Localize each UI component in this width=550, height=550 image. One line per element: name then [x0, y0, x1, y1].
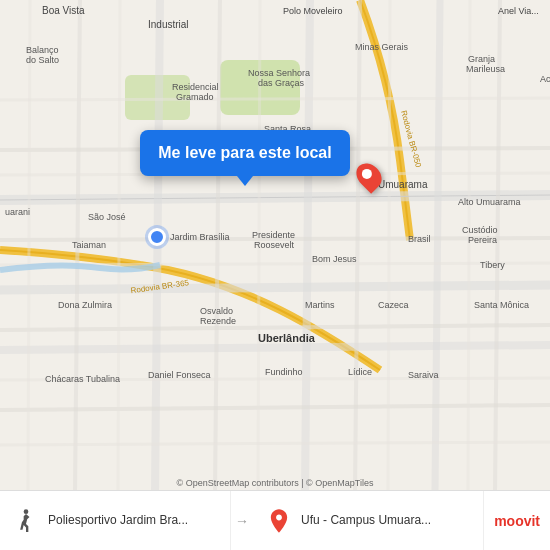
svg-line-17 — [0, 98, 550, 100]
svg-line-23 — [118, 0, 120, 490]
svg-line-8 — [435, 0, 440, 490]
svg-text:Nossa Senhora: Nossa Senhora — [248, 68, 310, 78]
svg-text:Polo Moveleiro: Polo Moveleiro — [283, 6, 343, 16]
svg-line-14 — [215, 0, 220, 490]
svg-text:Boa Vista: Boa Vista — [42, 5, 85, 16]
svg-text:Residencial: Residencial — [172, 82, 219, 92]
attribution-text: © OpenStreetMap contributors | © OpenMap… — [177, 478, 374, 488]
svg-line-15 — [355, 0, 360, 490]
pin-dot — [360, 167, 374, 181]
svg-text:Custódio: Custódio — [462, 225, 498, 235]
moovit-logo: moovit — [484, 513, 550, 529]
svg-text:Osvaldo: Osvaldo — [200, 306, 233, 316]
svg-text:Cazeca: Cazeca — [378, 300, 409, 310]
origin-label: Poliesportivo Jardim Bra... — [48, 513, 188, 529]
svg-text:Santa Mônica: Santa Mônica — [474, 300, 529, 310]
svg-text:Alto Umuarama: Alto Umuarama — [458, 197, 521, 207]
svg-text:Anel Via...: Anel Via... — [498, 6, 539, 16]
svg-text:Rezende: Rezende — [200, 316, 236, 326]
svg-text:Chácaras Tubalina: Chácaras Tubalina — [45, 374, 120, 384]
destination-route-item[interactable]: Ufu - Campus Umuara... — [253, 491, 484, 550]
svg-text:Marileusa: Marileusa — [466, 64, 505, 74]
svg-text:das Graças: das Graças — [258, 78, 305, 88]
svg-text:Pereira: Pereira — [468, 235, 497, 245]
origin-route-item[interactable]: Poliesportivo Jardim Bra... — [0, 491, 231, 550]
svg-line-25 — [388, 0, 390, 490]
svg-text:Balanço: Balanço — [26, 45, 59, 55]
svg-text:Umuarama: Umuarama — [378, 179, 428, 190]
destination-marker — [358, 162, 380, 190]
svg-text:Tibery: Tibery — [480, 260, 505, 270]
svg-text:Martins: Martins — [305, 300, 335, 310]
svg-text:Saraiva: Saraiva — [408, 370, 439, 380]
svg-text:Presidente: Presidente — [252, 230, 295, 240]
svg-text:Granja: Granja — [468, 54, 495, 64]
map-attribution: © OpenStreetMap contributors | © OpenMap… — [177, 478, 374, 488]
svg-text:Industrial: Industrial — [148, 19, 189, 30]
svg-text:Roosevelt: Roosevelt — [254, 240, 295, 250]
svg-text:do Salto: do Salto — [26, 55, 59, 65]
svg-line-22 — [28, 0, 30, 490]
svg-text:Brasil: Brasil — [408, 234, 431, 244]
origin-marker — [148, 228, 166, 246]
destination-label: Ufu - Campus Umuara... — [301, 513, 431, 529]
svg-text:Daniel Fonseca: Daniel Fonseca — [148, 370, 211, 380]
svg-text:Uberlândia: Uberlândia — [258, 332, 316, 344]
map-container: Boa Vista Industrial Polo Moveleiro Anel… — [0, 0, 550, 490]
svg-text:Jardim Brasília: Jardim Brasília — [170, 232, 230, 242]
svg-text:Dona Zulmira: Dona Zulmira — [58, 300, 112, 310]
moovit-text: moovit — [494, 513, 540, 529]
callout-text: Me leve para este local — [158, 144, 331, 161]
svg-text:Taiaman: Taiaman — [72, 240, 106, 250]
svg-text:Lídice: Lídice — [348, 367, 372, 377]
svg-text:uarani: uarani — [5, 207, 30, 217]
svg-text:Ac...: Ac... — [540, 74, 550, 84]
svg-text:Minas Gerais: Minas Gerais — [355, 42, 409, 52]
route-arrow-icon: → — [235, 513, 249, 529]
map-roads: Boa Vista Industrial Polo Moveleiro Anel… — [0, 0, 550, 490]
bottom-navigation-bar: Poliesportivo Jardim Bra... → Ufu - Camp… — [0, 490, 550, 550]
destination-pin-icon — [265, 507, 293, 535]
svg-text:São José: São José — [88, 212, 126, 222]
svg-point-69 — [24, 509, 29, 514]
svg-text:Gramado: Gramado — [176, 92, 214, 102]
svg-text:Bom Jesus: Bom Jesus — [312, 254, 357, 264]
callout-box[interactable]: Me leve para este local — [140, 130, 350, 176]
walk-icon — [12, 507, 40, 535]
svg-text:Fundinho: Fundinho — [265, 367, 303, 377]
